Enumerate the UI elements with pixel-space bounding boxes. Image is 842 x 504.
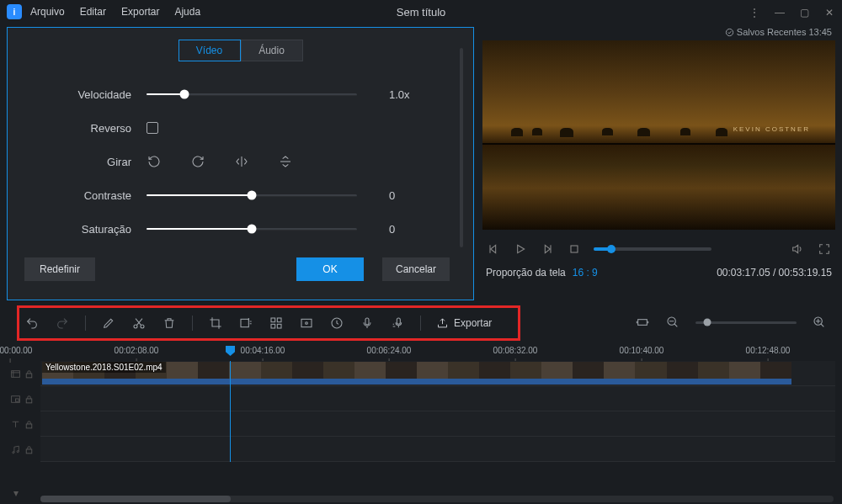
export-icon <box>436 317 449 330</box>
panel-scrollbar[interactable] <box>460 48 463 247</box>
video-track-icon[interactable] <box>7 361 35 386</box>
reset-button[interactable]: Redefinir <box>24 257 95 281</box>
zoom-in-button[interactable] <box>812 315 827 330</box>
speed-button[interactable] <box>329 316 344 331</box>
mute-button[interactable] <box>790 241 805 257</box>
dub-button[interactable] <box>390 316 405 331</box>
rotate-cw-icon[interactable] <box>190 154 205 169</box>
rotate-ccw-icon[interactable] <box>147 154 162 169</box>
svg-point-23 <box>13 451 14 453</box>
app-logo: i <box>7 4 22 19</box>
window-controls: ⋮ — ▢ ✕ <box>749 7 835 17</box>
watermark-button[interactable] <box>299 316 314 331</box>
reverse-label: Reverso <box>16 122 147 135</box>
svg-rect-1 <box>571 246 578 252</box>
saturation-value: 0 <box>389 223 395 236</box>
separator <box>192 316 193 331</box>
properties-panel: Vídeo Áudio Velocidade 1.0x Reverso Gira… <box>7 27 474 300</box>
ruler-tick: 00:02:08.00 <box>115 346 159 355</box>
play-button[interactable] <box>513 241 528 257</box>
separator <box>85 316 86 331</box>
add-media-button[interactable] <box>238 316 253 331</box>
timeline-scrollbar[interactable] <box>40 496 834 502</box>
cut-button[interactable] <box>131 316 147 331</box>
svg-point-0 <box>726 29 733 35</box>
svg-rect-18 <box>26 373 32 377</box>
delete-button[interactable] <box>162 316 177 331</box>
prev-frame-button[interactable] <box>486 241 501 257</box>
tab-video[interactable]: Vídeo <box>179 40 241 61</box>
svg-rect-21 <box>26 398 32 402</box>
saturation-label: Saturação <box>16 223 147 236</box>
menu-edit[interactable]: Editar <box>80 6 106 18</box>
close-icon[interactable]: ✕ <box>825 7 835 17</box>
audio-track-icon[interactable] <box>7 437 35 462</box>
toolbar-highlight: Exportar <box>17 305 520 341</box>
cancel-button[interactable]: Cancelar <box>382 257 450 281</box>
aspect-ratio-label: Proporção da tela <box>486 267 566 279</box>
mosaic-button[interactable] <box>269 316 284 331</box>
contrast-value: 0 <box>389 189 395 202</box>
zoom-controls <box>635 315 827 330</box>
pip-track-icon[interactable] <box>7 386 35 411</box>
edit-button[interactable] <box>101 316 116 331</box>
export-button[interactable]: Exportar <box>436 317 492 330</box>
speed-slider[interactable] <box>147 88 357 100</box>
clip-label: Yellowstone.2018.S01E02.mp4 <box>42 362 166 373</box>
ruler-tick: 00:10:40.00 <box>620 346 664 355</box>
stop-button[interactable] <box>567 241 582 257</box>
tracks-expand-icon[interactable]: ▾ <box>13 487 19 499</box>
timeline-clip[interactable]: Yellowstone.2018.S01E02.mp4 <box>42 362 791 385</box>
contrast-label: Contraste <box>16 189 147 202</box>
text-track[interactable] <box>40 411 835 437</box>
text-track-icon[interactable] <box>7 411 35 437</box>
svg-rect-5 <box>271 318 275 322</box>
redo-button[interactable] <box>55 316 70 331</box>
flip-vertical-icon[interactable] <box>278 154 293 169</box>
svg-rect-14 <box>638 320 647 326</box>
more-icon[interactable]: ⋮ <box>749 7 759 17</box>
separator <box>420 316 421 331</box>
fit-button[interactable] <box>635 315 650 330</box>
saturation-slider[interactable] <box>147 223 357 235</box>
contrast-slider[interactable] <box>147 189 357 201</box>
playback-controls <box>482 230 835 263</box>
minimize-icon[interactable]: — <box>775 7 785 17</box>
audio-button[interactable] <box>360 316 375 331</box>
svg-rect-17 <box>12 370 20 377</box>
fullscreen-button[interactable] <box>817 241 832 257</box>
menu-file[interactable]: Arquivo <box>30 6 65 18</box>
audio-track[interactable] <box>40 437 835 462</box>
menu-help[interactable]: Ajuda <box>174 6 200 18</box>
svg-rect-22 <box>26 423 32 427</box>
menu-export[interactable]: Exportar <box>121 6 159 18</box>
reverse-checkbox[interactable] <box>147 122 158 134</box>
undo-button[interactable] <box>24 316 40 331</box>
video-preview[interactable]: KEVIN COSTNER <box>482 40 835 230</box>
svg-rect-9 <box>301 319 312 326</box>
zoom-slider[interactable] <box>695 321 797 324</box>
timeline-ruler[interactable]: 00:00:00.0000:02:08.0000:04:16.0000:06:2… <box>7 346 835 361</box>
ruler-tick: 00:04:16.00 <box>241 346 285 355</box>
volume-slider[interactable] <box>594 247 711 251</box>
next-frame-button[interactable] <box>540 241 555 257</box>
svg-point-24 <box>17 450 19 452</box>
timeline: 00:00:00.0000:02:08.0000:04:16.0000:06:2… <box>7 346 835 462</box>
ok-button[interactable]: OK <box>296 257 364 281</box>
main-menu: Arquivo Editar Exportar Ajuda <box>30 6 200 18</box>
svg-rect-12 <box>365 318 369 325</box>
tab-audio[interactable]: Áudio <box>241 40 303 61</box>
flip-horizontal-icon[interactable] <box>234 154 249 169</box>
ruler-tick: 00:08:32.00 <box>493 346 538 355</box>
ruler-tick: 00:00:00.00 <box>0 346 32 355</box>
playhead[interactable] <box>230 361 231 462</box>
aspect-ratio-value[interactable]: 16 : 9 <box>573 267 598 279</box>
preview-panel: Salvos Recentes 13:45 KEVIN COSTNER <box>482 27 835 300</box>
crop-button[interactable] <box>208 316 223 331</box>
video-track[interactable]: Yellowstone.2018.S01E02.mp4 <box>40 361 835 386</box>
zoom-out-button[interactable] <box>665 315 680 330</box>
pip-track[interactable] <box>40 386 835 411</box>
svg-rect-20 <box>16 398 19 401</box>
svg-rect-8 <box>277 324 281 328</box>
maximize-icon[interactable]: ▢ <box>800 7 810 17</box>
